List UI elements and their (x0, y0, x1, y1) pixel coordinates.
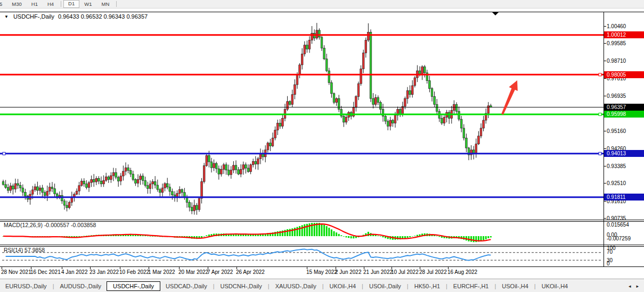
level-line-handle[interactable] (599, 73, 601, 76)
price-tick-label: 0.98710 (607, 57, 626, 64)
level-line-handle[interactable] (599, 113, 601, 115)
rsi-name: RSI(14) (4, 247, 23, 253)
rsi-scale-label: 70 (607, 248, 613, 255)
chart-tab-usdcaddaily[interactable]: USDCAD-,Daily (160, 281, 213, 291)
chart-shift-marker[interactable] (492, 12, 499, 15)
price-badge-1.00012: 1.00012 (604, 31, 644, 38)
date-tick-label: 16 Dec 2021 (30, 269, 61, 275)
chart-tab-eurchfh1[interactable]: EURCHF-,H1 (448, 281, 494, 291)
chart-tab-usoilh4[interactable]: USOil-,H4 (496, 281, 534, 291)
price-badge-0.98005: 0.98005 (604, 71, 644, 78)
price-tick-label: 0.96935 (607, 93, 626, 99)
price-badge-0.95998: 0.95998 (604, 111, 644, 118)
rsi-scale-label: 0 (607, 260, 610, 267)
chart-tab-audusddaily[interactable]: AUDUSD-,Daily (54, 281, 107, 291)
date-tick-label: 16 Aug 2022 (447, 269, 477, 275)
date-tick-label: 23 Jan 2022 (89, 269, 119, 275)
candlestick-series (2, 23, 492, 215)
date-tick-label: 10 Jul 2022 (391, 269, 419, 275)
date-tick-label: 7 Apr 2022 (207, 269, 233, 275)
tab-scroll-arrows: ◂▸ (629, 283, 644, 289)
chart-tabs-bar: EURUSD-,Daily|AUDUSD-,DailyUSDCHF-,Daily… (0, 279, 644, 292)
tab-scroll-right-icon[interactable]: ▸ (636, 283, 639, 289)
date-tick-label: 10 Feb 2022 (119, 269, 149, 275)
ohlc-readout: 0.96433 0.96532 0.96343 0.96357 (58, 13, 148, 20)
macd-scale-label: 0.015654 (607, 221, 629, 228)
date-tick-label: 20 Mar 2022 (178, 269, 208, 275)
date-tick-label: 28 Nov 2021 (1, 269, 31, 275)
date-tick-label: 4 Jan 2022 (61, 269, 88, 275)
chart-tab-xauusddaily[interactable]: XAUUSD-,Daily (270, 281, 322, 291)
symbol-period-label: USDCHF-,Daily (13, 13, 54, 20)
chart-tab-ukoilh4[interactable]: UKOil-,H4 (536, 281, 574, 291)
price-badge-0.91811: 0.91811 (604, 194, 644, 201)
price-badge-0.96357: 0.96357 (604, 104, 644, 111)
rsi-line (6, 249, 491, 260)
chart-tab-ukoilh4[interactable]: UKOil-,H4 (324, 281, 362, 291)
tab-scroll-left-icon[interactable]: ◂ (629, 283, 631, 289)
chart-tab-usoildaily[interactable]: USOil-,Daily (364, 281, 406, 291)
date-tick-label: 26 Apr 2022 (236, 269, 265, 275)
trend-arrow-annotation[interactable] (501, 80, 518, 115)
macd-name: MACD(12,26,9) (4, 222, 43, 228)
terminal-window: { "toolbar":{"timeframes":["5","M30","H1… (0, 0, 644, 292)
date-tick-label: 21 Jun 2022 (363, 269, 393, 275)
price-badge-0.94013: 0.94013 (604, 150, 644, 157)
price-tick-label: 0.99585 (607, 40, 626, 47)
chart-tab-eurusddaily[interactable]: EURUSD-,Daily (0, 281, 52, 291)
date-tick-label: 15 May 2022 (306, 269, 337, 275)
rsi-label: RSI(14) 57.9858 (4, 247, 45, 253)
chart-tab-hk50h1[interactable]: HK50-,H1 (409, 281, 445, 291)
symbol-dropdown-icon[interactable]: ▼ (4, 14, 9, 19)
macd-label: MACD(12,26,9) -0.000557 -0.003858 (4, 222, 96, 228)
chart-tab-usdcnhdaily[interactable]: USDCNH-,Daily (215, 281, 267, 291)
level-line-handle[interactable] (599, 152, 601, 155)
date-tick-label: 1 Mar 2022 (148, 269, 175, 275)
chart-tab-usdchfdaily[interactable]: USDCHF-,Daily (107, 281, 160, 291)
rsi-value: 57.9858 (25, 247, 45, 253)
price-tick-label: 1.00460 (607, 23, 626, 30)
price-tick-label: 0.92510 (607, 180, 626, 187)
price-tick-label: 0.95160 (607, 128, 626, 135)
price-tick-label: 0.93385 (607, 163, 626, 170)
chart-title: ▼ USDCHF-,Daily 0.96433 0.96532 0.96343 … (4, 13, 148, 20)
macd-values: -0.000557 -0.003858 (44, 222, 96, 228)
date-tick-label: 28 Jul 2022 (419, 269, 447, 275)
macd-scale-label: -0.007259 (607, 235, 631, 242)
price-chart-canvas[interactable] (0, 0, 644, 292)
level-line-handle[interactable] (3, 152, 5, 155)
date-tick-label: 2 Jun 2022 (335, 269, 362, 275)
